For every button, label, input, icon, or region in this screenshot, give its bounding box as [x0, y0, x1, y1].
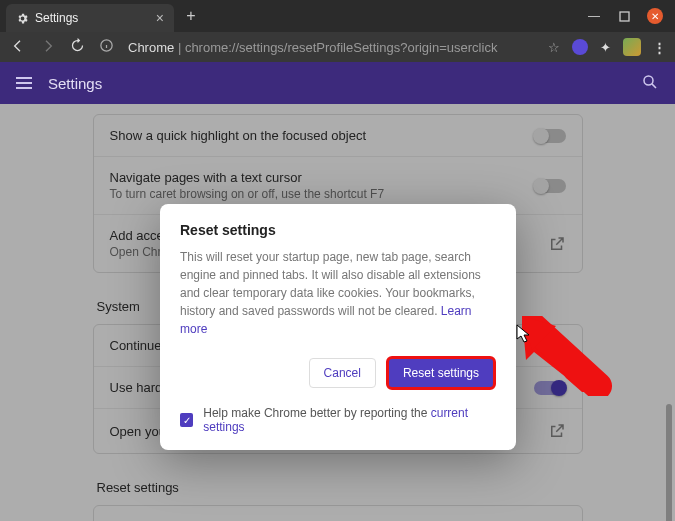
annotation-arrow [522, 316, 612, 400]
cancel-button[interactable]: Cancel [309, 358, 376, 388]
reset-settings-dialog: Reset settings This will reset your star… [160, 204, 516, 450]
forward-button[interactable] [40, 38, 56, 57]
menu-button[interactable]: ⋮ [653, 40, 665, 55]
tab-close-icon[interactable]: × [156, 10, 164, 26]
bookmark-icon[interactable]: ☆ [548, 40, 560, 55]
dialog-title: Reset settings [180, 222, 496, 238]
toolbar: Chrome | chrome://settings/resetProfileS… [0, 32, 675, 62]
site-info-icon[interactable] [99, 38, 114, 56]
url-path: | chrome://settings/resetProfileSettings… [178, 40, 498, 55]
reset-settings-button[interactable]: Reset settings [386, 356, 496, 390]
window-titlebar: Settings × + — ✕ [0, 0, 675, 32]
back-button[interactable] [10, 38, 26, 57]
browser-tab[interactable]: Settings × [6, 4, 174, 32]
gear-icon [16, 12, 29, 25]
settings-appbar: Settings [0, 62, 675, 104]
dialog-help-row: ✓ Help make Chrome better by reporting t… [180, 406, 496, 434]
url-host: Chrome [128, 40, 174, 55]
svg-rect-0 [620, 12, 629, 21]
extensions-icon[interactable]: ✦ [600, 40, 611, 55]
menu-icon[interactable] [16, 77, 32, 89]
omnibox[interactable]: Chrome | chrome://settings/resetProfileS… [128, 40, 497, 55]
svg-point-2 [644, 76, 653, 85]
cursor-icon [516, 324, 532, 348]
tab-title: Settings [35, 11, 78, 25]
profile-avatar[interactable] [623, 38, 641, 56]
extension-icon-1[interactable] [572, 39, 588, 55]
search-icon[interactable] [641, 73, 659, 94]
minimize-button[interactable]: — [587, 9, 601, 23]
appbar-title: Settings [48, 75, 102, 92]
help-checkbox[interactable]: ✓ [180, 413, 193, 427]
window-controls: — ✕ [587, 8, 675, 24]
reload-button[interactable] [70, 38, 85, 56]
window-close-button[interactable]: ✕ [647, 8, 663, 24]
new-tab-button[interactable]: + [180, 5, 202, 27]
maximize-button[interactable] [617, 9, 631, 23]
dialog-body: This will reset your startup page, new t… [180, 248, 496, 338]
